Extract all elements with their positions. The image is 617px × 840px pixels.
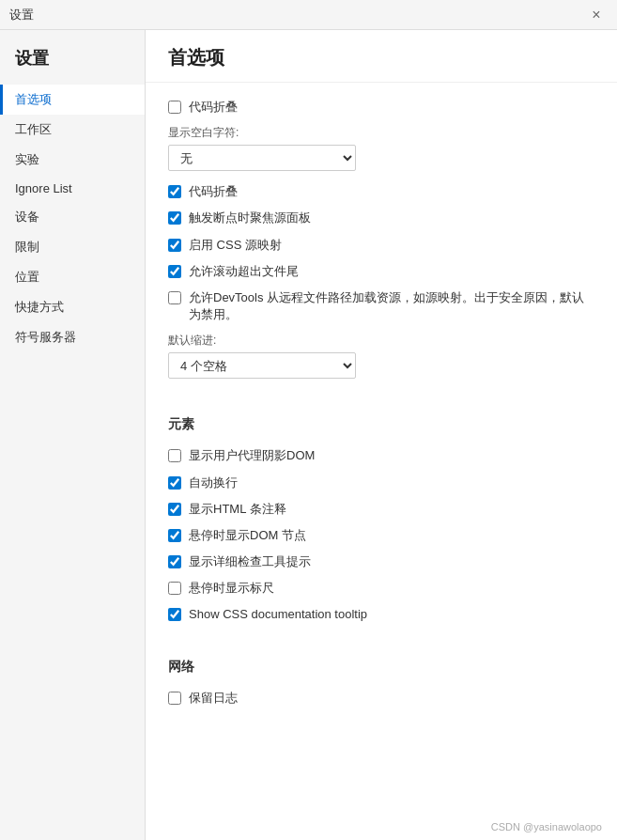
content-area: 首选项 代码折叠 显示空白字符: 无 — [146, 30, 617, 840]
content-title: 首选项 — [168, 45, 594, 70]
text-css-doc-tooltip: Show CSS documentation tooltip — [189, 606, 367, 623]
checkbox-code-folding[interactable] — [168, 101, 181, 114]
sidebar-item-devices[interactable]: 设备 — [0, 202, 145, 232]
text-focus-source: 触发断点时聚焦源面板 — [189, 210, 311, 226]
option-row-css-source-map: 启用 CSS 源映射 — [168, 232, 594, 258]
label-inline-values[interactable]: 代码折叠 — [168, 183, 238, 200]
label-allow-remote-load[interactable]: 允许DevTools 从远程文件路径加载资源，如源映射。出于安全原因，默认为禁用… — [168, 289, 594, 323]
text-preserve-log: 保留日志 — [189, 690, 238, 707]
option-row-scroll-past-end: 允许滚动超出文件尾 — [168, 258, 594, 285]
whitespace-dropdown-row: 显示空白字符: 无 全部 尾随 边界 — [168, 120, 594, 179]
text-allow-remote-load: 允许DevTools 从远程文件路径加载资源，如源映射。出于安全原因，默认为禁用… — [189, 289, 594, 323]
checkbox-focus-source[interactable] — [168, 211, 181, 225]
label-css-doc-tooltip[interactable]: Show CSS documentation tooltip — [168, 606, 367, 623]
text-scroll-past-end: 允许滚动超出文件尾 — [189, 263, 299, 280]
whitespace-select[interactable]: 无 全部 尾随 边界 — [168, 145, 356, 171]
option-row-inline-values: 代码折叠 — [168, 179, 594, 205]
indent-label: 默认缩进: — [168, 333, 594, 349]
content-scroll[interactable]: 代码折叠 显示空白字符: 无 全部 尾随 边界 — [146, 83, 617, 840]
elements-section: 元素 显示用户代理阴影DOM 自动换行 — [168, 397, 594, 639]
checkbox-user-agent-shadow[interactable] — [168, 449, 181, 462]
option-row-preserve-log: 保留日志 — [168, 685, 594, 711]
text-css-source-map: 启用 CSS 源映射 — [189, 237, 282, 254]
checkbox-inline-values[interactable] — [168, 185, 181, 198]
text-code-folding: 代码折叠 — [189, 99, 238, 116]
checkbox-detailed-tooltip[interactable] — [168, 555, 181, 568]
general-section: 代码折叠 显示空白字符: 无 全部 尾随 边界 — [168, 83, 594, 397]
text-auto-wrap: 自动换行 — [189, 474, 238, 491]
text-html-comments: 显示HTML 条注释 — [189, 501, 286, 518]
elements-section-title: 元素 — [168, 416, 594, 433]
text-inline-values: 代码折叠 — [189, 183, 238, 200]
sidebar: 设置 首选项工作区实验Ignore List设备限制位置快捷方式符号服务器 — [0, 30, 146, 840]
text-detailed-tooltip: 显示详细检查工具提示 — [189, 553, 311, 570]
option-row-css-doc-tooltip: Show CSS documentation tooltip — [168, 601, 594, 628]
sidebar-item-symbol-server[interactable]: 符号服务器 — [0, 322, 145, 352]
close-button[interactable]: × — [585, 4, 608, 26]
option-row-code-folding: 代码折叠 — [168, 94, 594, 120]
sidebar-item-throttling[interactable]: 限制 — [0, 232, 145, 262]
option-row-detailed-tooltip: 显示详细检查工具提示 — [168, 549, 594, 575]
option-row-html-comments: 显示HTML 条注释 — [168, 496, 594, 522]
content-header: 首选项 — [146, 30, 617, 83]
option-row-user-agent-shadow: 显示用户代理阴影DOM — [168, 443, 594, 469]
checkbox-allow-remote-load[interactable] — [168, 291, 181, 304]
watermark: CSDN @yasinawolaopo — [491, 821, 602, 832]
checkbox-css-source-map[interactable] — [168, 239, 181, 252]
network-section-title: 网络 — [168, 659, 594, 676]
whitespace-label: 显示空白字符: — [168, 125, 594, 141]
sidebar-title: 设置 — [0, 39, 145, 85]
option-row-reveal-dom: 悬停时显示DOM 节点 — [168, 522, 594, 549]
checkbox-scroll-past-end[interactable] — [168, 265, 181, 278]
window-title: 设置 — [9, 7, 585, 23]
indent-select[interactable]: 2 个空格 4 个空格 8 个空格 制表符 — [168, 352, 356, 379]
text-user-agent-shadow: 显示用户代理阴影DOM — [189, 447, 315, 464]
option-row-focus-source: 触发断点时聚焦源面板 — [168, 205, 594, 231]
checkbox-rulers-hover[interactable] — [168, 582, 181, 595]
checkbox-auto-wrap[interactable] — [168, 476, 181, 490]
label-preserve-log[interactable]: 保留日志 — [168, 690, 238, 707]
window-body: 设置 首选项工作区实验Ignore List设备限制位置快捷方式符号服务器 首选… — [0, 30, 617, 840]
label-auto-wrap[interactable]: 自动换行 — [168, 474, 238, 491]
label-css-source-map[interactable]: 启用 CSS 源映射 — [168, 237, 282, 254]
label-code-folding[interactable]: 代码折叠 — [168, 99, 238, 116]
text-reveal-dom: 悬停时显示DOM 节点 — [189, 527, 306, 544]
label-user-agent-shadow[interactable]: 显示用户代理阴影DOM — [168, 447, 315, 464]
option-row-allow-remote-load: 允许DevTools 从远程文件路径加载资源，如源映射。出于安全原因，默认为禁用… — [168, 285, 594, 328]
label-reveal-dom[interactable]: 悬停时显示DOM 节点 — [168, 527, 306, 544]
text-rulers-hover: 悬停时显示标尺 — [189, 580, 274, 597]
checkbox-reveal-dom[interactable] — [168, 529, 181, 542]
checkbox-css-doc-tooltip[interactable] — [168, 608, 181, 621]
sidebar-item-shortcuts[interactable]: 快捷方式 — [0, 292, 145, 322]
sidebar-item-ignore-list[interactable]: Ignore List — [0, 175, 145, 202]
sidebar-item-preferences[interactable]: 首选项 — [0, 85, 145, 115]
sidebar-item-workspace[interactable]: 工作区 — [0, 115, 145, 145]
option-row-rulers-hover: 悬停时显示标尺 — [168, 575, 594, 601]
settings-window: 设置 × 设置 首选项工作区实验Ignore List设备限制位置快捷方式符号服… — [0, 0, 617, 840]
checkbox-html-comments[interactable] — [168, 503, 181, 516]
titlebar: 设置 × — [0, 0, 617, 30]
sidebar-item-experiments[interactable]: 实验 — [0, 145, 145, 175]
sidebar-item-locations[interactable]: 位置 — [0, 262, 145, 292]
network-section: 网络 保留日志 — [168, 640, 594, 723]
option-row-auto-wrap: 自动换行 — [168, 470, 594, 496]
indent-dropdown-row: 默认缩进: 2 个空格 4 个空格 8 个空格 制表符 — [168, 328, 594, 386]
label-rulers-hover[interactable]: 悬停时显示标尺 — [168, 580, 274, 597]
checkbox-preserve-log[interactable] — [168, 692, 181, 705]
label-focus-source[interactable]: 触发断点时聚焦源面板 — [168, 210, 311, 226]
label-html-comments[interactable]: 显示HTML 条注释 — [168, 501, 286, 518]
label-scroll-past-end[interactable]: 允许滚动超出文件尾 — [168, 263, 299, 280]
label-detailed-tooltip[interactable]: 显示详细检查工具提示 — [168, 553, 311, 570]
